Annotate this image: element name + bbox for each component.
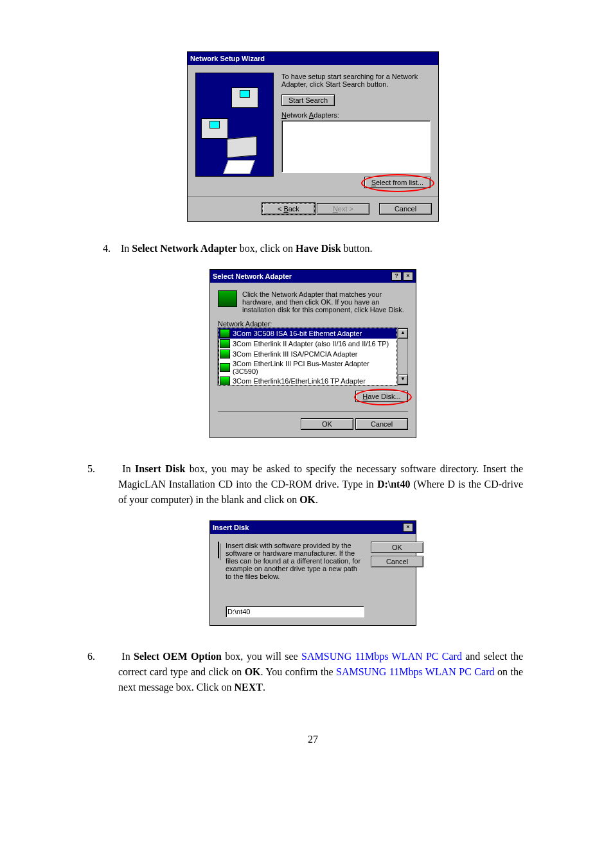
wizard-illustration xyxy=(195,73,274,177)
nic-icon xyxy=(220,350,230,359)
red-highlight-select-from-list xyxy=(361,174,434,192)
nic-icon xyxy=(220,329,230,338)
step-number: 5. xyxy=(103,461,118,477)
cancel-button[interactable]: Cancel xyxy=(379,203,432,215)
help-icon[interactable]: ? xyxy=(391,272,402,281)
back-button[interactable]: < Back xyxy=(262,203,315,215)
dialog-title: Network Setup Wizard xyxy=(190,55,265,62)
dialog-network-setup-wizard: Network Setup Wizard To have setup start… xyxy=(187,51,439,222)
insert-disk-text: Insert disk with software provided by th… xyxy=(226,542,364,580)
scroll-up-icon[interactable]: ▲ xyxy=(398,328,408,339)
list-item[interactable]: 3Com Etherlink III ISA/PCMCIA Adapter xyxy=(218,349,396,359)
step-number: 4. xyxy=(103,241,118,256)
step-6-text: 6. In Select OEM Option box, you will se… xyxy=(103,649,523,695)
list-item[interactable]: 3Com Etherlink16/EtherLink16 TP Adapter xyxy=(218,376,396,385)
page-number: 27 xyxy=(103,734,523,745)
network-adapters-listbox[interactable] xyxy=(281,120,431,173)
nic-icon xyxy=(220,363,230,372)
titlebar: Select Network Adapter ? × xyxy=(210,270,416,283)
cancel-button[interactable]: Cancel xyxy=(371,556,423,567)
close-icon[interactable]: × xyxy=(403,272,413,281)
ok-button[interactable]: OK xyxy=(371,542,423,553)
red-highlight-have-disk xyxy=(354,389,412,405)
cancel-button[interactable]: Cancel xyxy=(355,418,408,430)
product-link: SAMSUNG 11Mbps WLAN PC Card xyxy=(301,651,462,662)
dialog-title: Select Network Adapter xyxy=(213,272,292,280)
step-5-text: 5. In Insert Disk box, you may be asked … xyxy=(103,461,523,508)
adapter-listbox[interactable]: 3Com 3C508 ISA 16-bit Ethernet Adapter 3… xyxy=(218,328,397,385)
product-link: SAMSUNG 11Mbps WLAN PC Card xyxy=(336,666,494,677)
next-button: Next > xyxy=(317,203,369,215)
wizard-intro-text: To have setup start searching for a Netw… xyxy=(281,73,431,88)
step-4-text: 4. In Select Network Adapter box, click … xyxy=(103,241,523,256)
list-item[interactable]: 3Com 3C508 ISA 16-bit Ethernet Adapter xyxy=(218,328,396,339)
step-number: 6. xyxy=(103,649,118,664)
titlebar: Network Setup Wizard xyxy=(188,52,438,65)
page-content: Network Setup Wizard To have setup start… xyxy=(0,0,613,771)
start-search-button[interactable]: Start Search xyxy=(281,94,335,106)
adapter-list-label: Network Adapter: xyxy=(218,320,408,328)
adapter-help-text: Click the Network Adapter that matches y… xyxy=(242,290,408,314)
close-icon[interactable]: × xyxy=(403,523,413,532)
dialog-title: Insert Disk xyxy=(213,524,249,531)
scroll-down-icon[interactable]: ▼ xyxy=(398,375,408,385)
network-adapters-label: Network Adapters: xyxy=(281,111,431,119)
titlebar: Insert Disk × xyxy=(210,521,416,534)
list-item[interactable]: 3Com EtherLink III PCI Bus-Master Adapte… xyxy=(218,359,396,376)
nic-icon xyxy=(220,376,230,385)
path-input[interactable] xyxy=(226,606,364,617)
dialog-select-network-adapter: Select Network Adapter ? × Click the Net… xyxy=(209,269,416,438)
floppy-icon xyxy=(218,542,219,558)
dialog-insert-disk: Insert Disk × Insert disk with software … xyxy=(209,520,416,626)
list-item[interactable]: 3Com Etherlink II Adapter (also II/16 an… xyxy=(218,339,396,349)
ok-button[interactable]: OK xyxy=(301,418,353,430)
nic-icon xyxy=(220,339,230,348)
adapter-icon xyxy=(218,290,237,307)
